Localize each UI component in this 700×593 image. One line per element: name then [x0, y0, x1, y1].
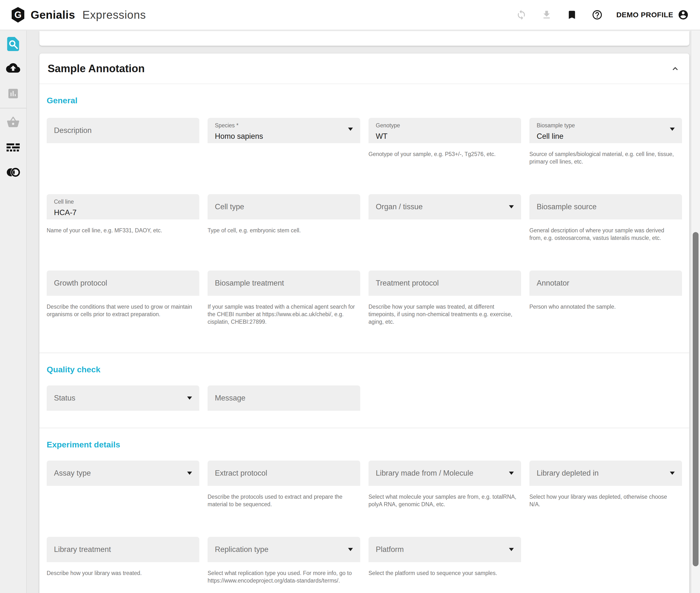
treatment-protocol-helper: Describe how your sample was treated, at…	[368, 303, 521, 326]
sidebar-divider	[0, 108, 26, 108]
cell-type-placeholder: Cell type	[215, 202, 244, 211]
previous-card-bottom	[39, 31, 689, 46]
sidebar-item-analytics[interactable]	[6, 86, 20, 101]
description-field[interactable]: Description	[47, 118, 199, 143]
replication-type-select[interactable]: Replication type	[207, 537, 360, 562]
genotype-label: Genotype	[376, 118, 514, 129]
annotator-field[interactable]: Annotator	[530, 271, 682, 296]
sidebar-item-search-data[interactable]	[6, 37, 20, 51]
table-rows-icon	[7, 143, 20, 153]
description-placeholder: Description	[54, 126, 92, 135]
section-heading-quality-check: Quality check	[47, 365, 682, 374]
library-depleted-placeholder: Library depleted in	[537, 469, 599, 478]
treatment-protocol-field[interactable]: Treatment protocol	[368, 271, 521, 296]
biosample-source-placeholder: Biosample source	[537, 202, 596, 211]
dropdown-arrow-icon[interactable]	[187, 472, 192, 475]
status-select[interactable]: Status	[47, 386, 199, 411]
biosample-treatment-placeholder: Biosample treatment	[215, 279, 284, 287]
dropdown-arrow-icon[interactable]	[348, 548, 353, 551]
library-molecule-helper: Select what molecule your samples are fr…	[368, 493, 521, 508]
cell-line-helper: Name of your cell line, e.g. MF331, DAOY…	[47, 227, 199, 234]
biosample-source-helper: General description of where your sample…	[530, 227, 682, 242]
brand-logo[interactable]: G Genialis Expressions	[10, 7, 146, 23]
genotype-helper: Genotype of your sample, e.g. P53+/-, Tg…	[368, 151, 521, 158]
genotype-field[interactable]: Genotype WT	[368, 118, 521, 143]
dropdown-arrow-icon[interactable]	[670, 128, 675, 131]
annotator-helper: Person who annotated the sample.	[530, 303, 682, 311]
sidebar-item-collections[interactable]	[6, 141, 20, 155]
library-molecule-select[interactable]: Library made from / Molecule	[368, 461, 521, 486]
genialis-logo-icon: G	[10, 7, 26, 23]
section-heading-experiment-details: Experiment details	[47, 440, 682, 449]
library-treatment-helper: Describe how your library was treated.	[47, 569, 199, 577]
refresh-icon[interactable]	[516, 9, 527, 21]
assay-type-placeholder: Assay type	[54, 469, 91, 478]
search-document-icon	[7, 37, 19, 51]
biosample-treatment-helper: If your sample was treated with a chemic…	[207, 303, 360, 326]
sidebar	[0, 31, 27, 593]
page-title: Sample Annotation	[48, 63, 145, 75]
platform-helper: Select the platform used to sequence you…	[368, 569, 521, 577]
biosample-treatment-field[interactable]: Biosample treatment	[207, 271, 360, 296]
brand-name: Genialis	[31, 8, 75, 22]
cell-line-field[interactable]: Cell line HCA-7	[47, 194, 199, 220]
dropdown-arrow-icon[interactable]	[509, 472, 514, 475]
status-placeholder: Status	[54, 394, 75, 402]
download-icon[interactable]	[541, 9, 552, 21]
species-select[interactable]: Species * Homo sapiens	[207, 118, 360, 143]
account-circle-icon[interactable]	[677, 9, 689, 21]
cell-type-field[interactable]: Cell type	[207, 194, 360, 220]
extract-protocol-helper: Describe the protocols used to extract a…	[207, 493, 360, 508]
platform-select[interactable]: Platform	[368, 537, 521, 562]
collapse-section-button[interactable]	[669, 63, 681, 74]
main-content: Sample Annotation General Description Sp…	[27, 31, 691, 593]
assay-type-select[interactable]: Assay type	[47, 461, 199, 486]
growth-protocol-placeholder: Growth protocol	[54, 279, 107, 287]
organ-tissue-placeholder: Organ / tissue	[376, 202, 423, 211]
section-divider	[39, 353, 689, 353]
section-divider	[39, 428, 689, 428]
bookmark-icon[interactable]	[566, 9, 578, 21]
biosample-type-label: Biosample type	[537, 118, 675, 129]
species-value: Homo sapiens	[215, 132, 353, 141]
growth-protocol-field[interactable]: Growth protocol	[47, 271, 199, 296]
cloud-upload-icon	[6, 62, 20, 75]
product-name: Expressions	[82, 8, 146, 22]
cell-line-label: Cell line	[54, 194, 192, 205]
sidebar-item-basket[interactable]	[6, 116, 20, 130]
shopping-basket-icon	[6, 117, 20, 129]
extract-protocol-placeholder: Extract protocol	[215, 469, 267, 478]
dropdown-arrow-icon[interactable]	[509, 205, 514, 208]
scrollbar-thumb[interactable]	[693, 232, 699, 566]
growth-protocol-helper: Describe the conditions that were used t…	[47, 303, 199, 318]
sidebar-item-compare[interactable]	[6, 165, 20, 180]
sidebar-item-upload[interactable]	[6, 62, 20, 76]
cell-line-value: HCA-7	[54, 208, 192, 217]
library-treatment-placeholder: Library treatment	[54, 545, 111, 554]
svg-text:G: G	[14, 10, 22, 20]
library-molecule-placeholder: Library made from / Molecule	[376, 469, 473, 478]
library-depleted-select[interactable]: Library depleted in	[530, 461, 682, 486]
dropdown-arrow-icon[interactable]	[348, 128, 353, 131]
replication-type-placeholder: Replication type	[215, 545, 269, 554]
library-treatment-field[interactable]: Library treatment	[47, 537, 199, 562]
treatment-protocol-placeholder: Treatment protocol	[376, 279, 439, 287]
dropdown-arrow-icon[interactable]	[509, 548, 514, 551]
help-icon[interactable]	[592, 9, 603, 21]
biosample-type-value: Cell line	[537, 132, 675, 141]
cell-type-helper: Type of cell, e.g. embryonic stem cell.	[207, 227, 360, 234]
genotype-value: WT	[376, 132, 514, 141]
dropdown-arrow-icon[interactable]	[670, 472, 675, 475]
message-placeholder: Message	[215, 394, 245, 402]
biosample-source-field[interactable]: Biosample source	[530, 194, 682, 220]
scrollbar-track[interactable]	[691, 31, 700, 593]
profile-name[interactable]: DEMO PROFILE	[616, 11, 673, 19]
biosample-type-select[interactable]: Biosample type Cell line	[530, 118, 682, 143]
library-depleted-helper: Select how your library was depleted, ot…	[530, 493, 682, 508]
message-field[interactable]: Message	[207, 386, 360, 411]
annotator-placeholder: Annotator	[537, 279, 569, 287]
extract-protocol-field[interactable]: Extract protocol	[207, 461, 360, 486]
app-header: G Genialis Expressions DEMO PROFILE	[0, 0, 700, 30]
dropdown-arrow-icon[interactable]	[187, 397, 192, 400]
organ-tissue-select[interactable]: Organ / tissue	[368, 194, 521, 220]
